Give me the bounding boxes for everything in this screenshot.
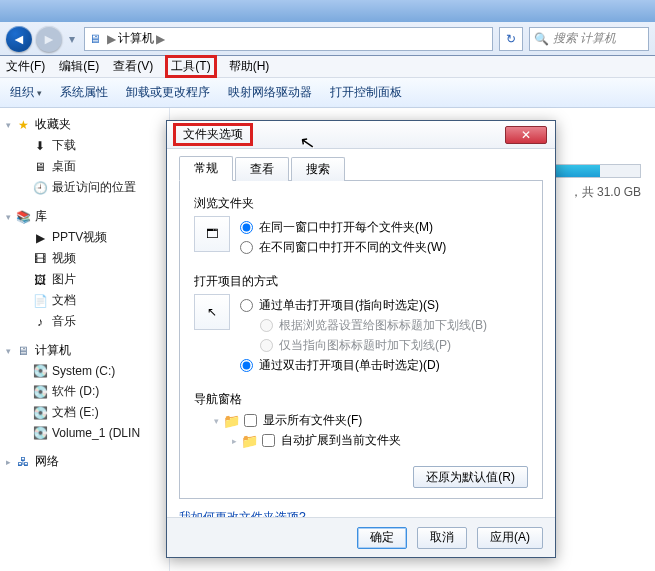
menu-edit[interactable]: 编辑(E) bbox=[59, 58, 99, 75]
folder-icon: 📁 bbox=[241, 433, 258, 449]
sidebar-item-drive-e[interactable]: 💽文档 (E:) bbox=[6, 402, 163, 423]
sidebar-group-network[interactable]: ▸ 🖧 网络 bbox=[6, 453, 163, 470]
radio-double-click[interactable]: 通过双击打开项目(单击时选定)(D) bbox=[240, 357, 528, 374]
toolbar-organize[interactable]: 组织 bbox=[10, 84, 42, 101]
cancel-button[interactable]: 取消 bbox=[417, 527, 467, 549]
window-titlebar bbox=[0, 0, 655, 22]
breadcrumb-location[interactable]: 计算机 bbox=[118, 30, 154, 47]
menu-bar: 文件(F) 编辑(E) 查看(V) 工具(T) 帮助(H) bbox=[0, 56, 655, 78]
sidebar-item-videos[interactable]: 🎞视频 bbox=[6, 248, 163, 269]
chevron-down-icon: ▾ bbox=[6, 120, 11, 130]
sidebar-header-computer: 计算机 bbox=[35, 342, 71, 359]
refresh-button[interactable]: ↻ bbox=[499, 27, 523, 51]
forward-button[interactable]: ► bbox=[36, 26, 62, 52]
navigation-row: ◄ ► ▾ 🖥 ▶ 计算机 ▶ ↻ 🔍 搜索 计算机 bbox=[0, 22, 655, 56]
desktop-icon: 🖥 bbox=[32, 159, 48, 175]
sidebar-header-favorites: 收藏夹 bbox=[35, 116, 71, 133]
back-button[interactable]: ◄ bbox=[6, 26, 32, 52]
breadcrumb-sep-icon[interactable]: ▶ bbox=[156, 32, 165, 46]
download-icon: ⬇ bbox=[32, 138, 48, 154]
help-link[interactable]: 我如何更改文件夹选项? bbox=[179, 509, 306, 517]
ok-button[interactable]: 确定 bbox=[357, 527, 407, 549]
sidebar-item-drive-net[interactable]: 💽Volume_1 (DLIN bbox=[6, 423, 163, 443]
history-dropdown[interactable]: ▾ bbox=[66, 32, 78, 46]
sidebar-group-computer[interactable]: ▾ 🖥 计算机 bbox=[6, 342, 163, 359]
apply-button[interactable]: 应用(A) bbox=[477, 527, 543, 549]
chevron-right-icon: ▸ bbox=[232, 436, 237, 446]
navigation-pane: ▾ ★ 收藏夹 ⬇下载 🖥桌面 🕘最近访问的位置 ▾ 📚 库 ▶PPTV视频 🎞… bbox=[0, 108, 170, 571]
chevron-down-icon: ▾ bbox=[214, 416, 219, 426]
video-icon: ▶ bbox=[32, 230, 48, 246]
address-bar[interactable]: 🖥 ▶ 计算机 ▶ bbox=[84, 27, 493, 51]
dialog-tabs: 常规 查看 搜索 bbox=[179, 157, 543, 181]
browse-folders-icon: 🗔 bbox=[194, 216, 230, 252]
menu-help[interactable]: 帮助(H) bbox=[229, 58, 270, 75]
radio-diff-window[interactable]: 在不同窗口中打开不同的文件夹(W) bbox=[240, 239, 528, 256]
radio-underline-browser: 根据浏览器设置给图标标题加下划线(B) bbox=[240, 317, 528, 334]
checkbox-show-all-folders[interactable]: ▾ 📁 显示所有文件夹(F) bbox=[214, 412, 528, 429]
radio-single-click[interactable]: 通过单击打开项目(指向时选定)(S) bbox=[240, 297, 528, 314]
radio-underline-point: 仅当指向图标标题时加下划线(P) bbox=[240, 337, 528, 354]
checkbox-auto-expand[interactable]: ▸ 📁 自动扩展到当前文件夹 bbox=[232, 432, 528, 449]
tab-view[interactable]: 查看 bbox=[235, 157, 289, 181]
search-input[interactable]: 🔍 搜索 计算机 bbox=[529, 27, 649, 51]
star-icon: ★ bbox=[15, 117, 31, 133]
sidebar-item-downloads[interactable]: ⬇下载 bbox=[6, 135, 163, 156]
document-icon: 📄 bbox=[32, 293, 48, 309]
chevron-down-icon: ▾ bbox=[6, 212, 11, 222]
sidebar-item-documents[interactable]: 📄文档 bbox=[6, 290, 163, 311]
menu-tools[interactable]: 工具(T) bbox=[167, 57, 214, 76]
section-browse-title: 浏览文件夹 bbox=[194, 195, 528, 212]
sidebar-item-recent[interactable]: 🕘最近访问的位置 bbox=[6, 177, 163, 198]
dialog-close-button[interactable]: ✕ bbox=[505, 126, 547, 144]
search-placeholder: 搜索 计算机 bbox=[553, 30, 616, 47]
drive-icon: 💽 bbox=[32, 363, 48, 379]
search-icon: 🔍 bbox=[534, 32, 549, 46]
dialog-title: 文件夹选项 bbox=[175, 125, 251, 144]
network-drive-icon: 💽 bbox=[32, 425, 48, 441]
picture-icon: 🖼 bbox=[32, 272, 48, 288]
drive-icon: 💽 bbox=[32, 384, 48, 400]
sidebar-item-drive-c[interactable]: 💽System (C:) bbox=[6, 361, 163, 381]
sidebar-group-favorites[interactable]: ▾ ★ 收藏夹 bbox=[6, 116, 163, 133]
video-icon: 🎞 bbox=[32, 251, 48, 267]
radio-same-window[interactable]: 在同一窗口中打开每个文件夹(M) bbox=[240, 219, 528, 236]
sidebar-header-libraries: 库 bbox=[35, 208, 47, 225]
music-icon: ♪ bbox=[32, 314, 48, 330]
computer-icon: 🖥 bbox=[15, 343, 31, 359]
menu-view[interactable]: 查看(V) bbox=[113, 58, 153, 75]
tab-search[interactable]: 搜索 bbox=[291, 157, 345, 181]
chevron-down-icon: ▾ bbox=[6, 346, 11, 356]
section-navpane-title: 导航窗格 bbox=[194, 391, 528, 408]
sidebar-item-drive-d[interactable]: 💽软件 (D:) bbox=[6, 381, 163, 402]
folder-icon: 📁 bbox=[223, 413, 240, 429]
tab-panel-general: 浏览文件夹 🗔 在同一窗口中打开每个文件夹(M) 在不同窗口中打开不同的文件夹(… bbox=[179, 181, 543, 499]
sidebar-group-libraries[interactable]: ▾ 📚 库 bbox=[6, 208, 163, 225]
toolbar-system-properties[interactable]: 系统属性 bbox=[60, 84, 108, 101]
recent-icon: 🕘 bbox=[32, 180, 48, 196]
sidebar-item-desktop[interactable]: 🖥桌面 bbox=[6, 156, 163, 177]
dialog-footer: 确定 取消 应用(A) bbox=[167, 517, 555, 557]
menu-file[interactable]: 文件(F) bbox=[6, 58, 45, 75]
toolbar-map-drive[interactable]: 映射网络驱动器 bbox=[228, 84, 312, 101]
breadcrumb-sep-icon: ▶ bbox=[107, 32, 116, 46]
library-icon: 📚 bbox=[15, 209, 31, 225]
drive-capacity-text: ，共 31.0 GB bbox=[570, 184, 641, 201]
network-icon: 🖧 bbox=[15, 454, 31, 470]
toolbar-uninstall[interactable]: 卸载或更改程序 bbox=[126, 84, 210, 101]
tab-general[interactable]: 常规 bbox=[179, 156, 233, 181]
folder-options-dialog: 文件夹选项 ✕ 常规 查看 搜索 浏览文件夹 🗔 在同一窗口中打开每个文件夹(M… bbox=[166, 120, 556, 558]
toolbar-control-panel[interactable]: 打开控制面板 bbox=[330, 84, 402, 101]
command-bar: 组织 系统属性 卸载或更改程序 映射网络驱动器 打开控制面板 bbox=[0, 78, 655, 108]
sidebar-item-pictures[interactable]: 🖼图片 bbox=[6, 269, 163, 290]
sidebar-item-music[interactable]: ♪音乐 bbox=[6, 311, 163, 332]
computer-icon: 🖥 bbox=[89, 32, 101, 46]
section-click-title: 打开项目的方式 bbox=[194, 273, 528, 290]
restore-defaults-button[interactable]: 还原为默认值(R) bbox=[413, 466, 528, 488]
drive-icon: 💽 bbox=[32, 405, 48, 421]
chevron-right-icon: ▸ bbox=[6, 457, 11, 467]
sidebar-header-network: 网络 bbox=[35, 453, 59, 470]
sidebar-item-pptv[interactable]: ▶PPTV视频 bbox=[6, 227, 163, 248]
click-mode-icon: ↖ bbox=[194, 294, 230, 330]
dialog-titlebar[interactable]: 文件夹选项 ✕ bbox=[167, 121, 555, 149]
